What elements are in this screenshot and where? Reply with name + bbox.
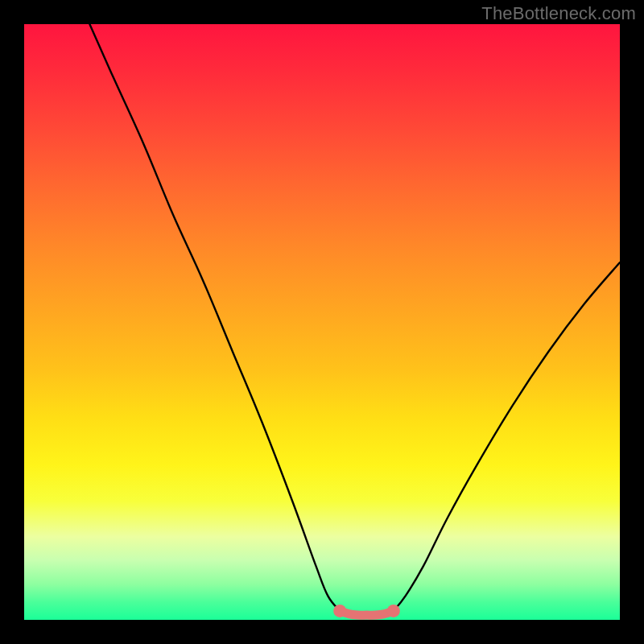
series-right-branch: [394, 262, 620, 611]
chart-frame: TheBottleneck.com: [0, 0, 644, 644]
curve-group: [89, 24, 620, 617]
watermark-label: TheBottleneck.com: [481, 3, 636, 24]
series-flat-bottom-highlight: [340, 611, 394, 615]
series-left-branch: [89, 24, 340, 611]
curve-svg: [24, 24, 620, 620]
highlight-endpoint-0: [333, 605, 346, 617]
plot-area: [24, 24, 620, 620]
highlight-endpoint-1: [387, 605, 400, 617]
